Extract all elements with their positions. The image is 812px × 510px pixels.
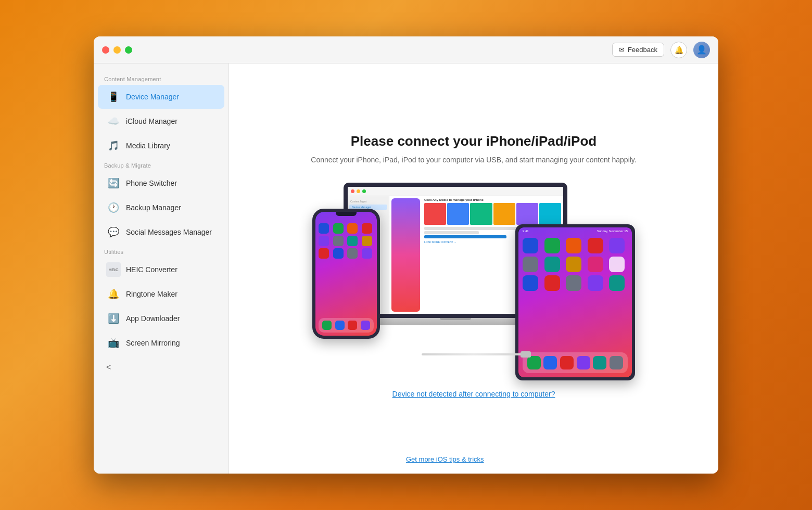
mac-media-grid [424,203,561,225]
sidebar-item-screen-mirroring[interactable]: 📺 Screen Mirroring [98,331,224,355]
sidebar-item-device-manager[interactable]: 📱 Device Manager [98,85,224,109]
ipad-screen: 9:41 Sunday, November 15 [518,227,632,377]
dock-app-4 [361,321,370,330]
iphone-app-8 [362,236,372,246]
main-area: Content Management 📱 Device Manager ☁️ i… [94,63,718,474]
feedback-label: Feedback [628,46,657,54]
ipad-dock-3 [560,356,574,369]
ipad-app-3 [566,238,581,253]
backup-manager-icon: 🕐 [106,200,121,215]
ipad-app-14 [588,275,603,291]
backup-manager-label: Backup Manager [126,203,181,212]
title-bar-right: ✉ Feedback 🔔 👤 [612,42,710,58]
macbook-notch [440,318,471,320]
phone-switcher-label: Phone Switcher [126,179,177,187]
iphone-app-12 [362,248,372,259]
dock-app-1 [322,321,332,330]
mac-maximize-dot [362,189,366,193]
ipad-app-4 [588,238,603,253]
iphone-apps [315,220,377,262]
feedback-button[interactable]: ✉ Feedback [612,43,664,57]
sidebar-item-app-downloader[interactable]: ⬇️ App Downloader [98,307,224,330]
notification-button[interactable]: 🔔 [670,42,687,58]
device-manager-icon: 📱 [106,90,121,104]
ipad-dock-1 [527,356,541,369]
heic-icon: HEIC [106,262,121,277]
iphone-screen [315,212,377,336]
ipad-app-7 [544,257,560,272]
sidebar-item-phone-switcher[interactable]: 🔄 Phone Switcher [98,171,224,195]
ipad-dock-6 [610,356,623,369]
ipad-dock [523,352,628,373]
cable-connector [521,351,531,358]
ipad-apps [518,235,632,294]
app-downloader-icon: ⬇️ [106,311,121,326]
icloud-manager-label: iCloud Manager [126,117,177,125]
ipad-app-10 [609,257,625,272]
ipad-time: 9:41 [523,230,529,233]
media-item-4 [493,203,515,225]
media-item-5 [516,203,538,225]
get-more-tips-link[interactable]: Get more iOS tips & tricks [406,455,484,463]
bell-icon: 🔔 [675,46,683,54]
avatar-button[interactable]: 👤 [693,42,710,58]
media-item-1 [424,203,446,225]
usb-cable [422,349,526,360]
ipad-app-1 [523,238,538,253]
mail-icon: ✉ [619,46,625,54]
mac-bar-3 [424,235,506,238]
sidebar-item-backup-manager[interactable]: 🕐 Backup Manager [98,196,224,220]
backup-migrate-label: Backup & Migrate [94,158,229,171]
heic-converter-label: HEIC Converter [126,265,177,274]
app-downloader-label: App Downloader [126,314,180,323]
connect-title: Please connect your iPhone/iPad/iPod [351,133,597,149]
device-not-detected-link[interactable]: Device not detected after connecting to … [392,390,555,398]
media-library-label: Media Library [126,142,170,150]
iphone-app-7 [347,236,358,246]
traffic-lights [102,46,132,54]
iphone-app-3 [347,223,358,234]
iphone-dock [319,318,374,333]
ipad-app-13 [566,275,581,291]
sidebar-item-social-messages-manager[interactable]: 💬 Social Messages Manager [98,220,224,244]
content-management-label: Content Management [94,72,229,84]
social-messages-label: Social Messages Manager [126,228,212,236]
ipad-app-6 [523,257,538,272]
sidebar-item-heic-converter[interactable]: HEIC HEIC Converter [98,258,224,282]
maximize-button[interactable] [125,46,132,54]
sidebar-item-icloud-manager[interactable]: ☁️ iCloud Manager [98,109,224,133]
iphone-app-10 [333,248,344,259]
collapse-sidebar-button[interactable]: < [102,361,115,374]
media-item-6 [539,203,561,225]
avatar-icon: 👤 [696,45,707,55]
sidebar-item-ringtone-maker[interactable]: 🔔 Ringtone Maker [98,282,224,306]
mac-sidebar-section-1: Content Mgmt [348,198,389,204]
title-bar: ✉ Feedback 🔔 👤 [94,36,718,63]
close-button[interactable] [102,46,109,54]
ipad-app-11 [523,275,538,291]
dock-app-3 [348,321,357,330]
minimize-button[interactable] [113,46,121,54]
ipad: 9:41 Sunday, November 15 [515,224,635,380]
ipad-app-12 [544,275,560,291]
iphone-app-5 [319,236,329,246]
icloud-icon: ☁️ [106,114,121,129]
ringtone-icon: 🔔 [106,287,121,301]
device-illustration: Content Mgmt Device Manager iCloud Manag… [312,183,635,375]
ipad-dock-4 [577,356,590,369]
screen-mirroring-label: Screen Mirroring [126,339,180,347]
sidebar-item-media-library[interactable]: 🎵 Media Library [98,134,224,158]
cable-line [422,353,526,355]
media-item-2 [447,203,469,225]
screen-mirroring-icon: 📺 [106,336,121,350]
media-item-3 [470,203,492,225]
mac-bar-2 [424,231,479,234]
utilities-label: Utilities [94,245,229,257]
mac-right-title: Click Any Media to manage your iPhone [424,198,561,201]
iphone-app-2 [333,223,344,234]
ringtone-maker-label: Ringtone Maker [126,290,177,298]
ipad-app-15 [609,275,625,291]
ipad-dock-5 [593,356,606,369]
iphone-notch [336,212,357,216]
ipad-app-2 [544,238,560,253]
